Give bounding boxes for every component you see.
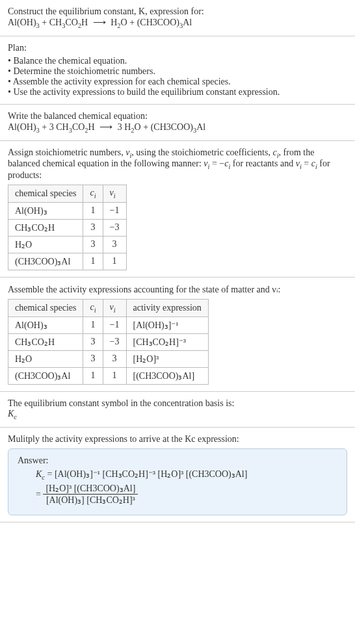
kc-fraction-expression: = [H₂O]³ [(CH3COO)₃Al] [Al(OH)₃] [CH₃CO₂… xyxy=(36,483,337,506)
prompt-section: Construct the equilibrium constant, K, e… xyxy=(0,0,355,36)
cell-activity: [CH₃CO₂H]⁻³ xyxy=(126,333,208,350)
numerator: [H₂O]³ [(CH3COO)₃Al] xyxy=(43,483,138,495)
species: (CH3COO)3Al xyxy=(137,18,192,27)
col-species: chemical species xyxy=(8,185,83,203)
table-header-row: chemical species ci νi activity expressi… xyxy=(8,299,209,316)
multiply-section: Mulitply the activity expressions to arr… xyxy=(0,428,355,523)
cell-n: 1 xyxy=(103,367,126,384)
stoich-intro: Assign stoichiometric numbers, νi, using… xyxy=(8,148,347,181)
stoich-section: Assign stoichiometric numbers, νi, using… xyxy=(0,141,355,277)
kc-flat-expression: Kc = [Al(OH)₃]⁻¹ [CH₃CO₂H]⁻³ [H₂O]³ [(CH… xyxy=(36,469,337,481)
cell-species: CH₃CO₂H xyxy=(8,219,83,236)
table-row: CH₃CO₂H3−3[CH₃CO₂H]⁻³ xyxy=(8,333,209,350)
table-row: H₂O33 xyxy=(8,236,127,253)
col-activity: activity expression xyxy=(126,299,208,316)
stoich-table: chemical species ci νi Al(OH)₃1−1 CH₃CO₂… xyxy=(8,185,127,270)
cell-n: −3 xyxy=(103,219,126,236)
cell-c: 1 xyxy=(83,202,103,219)
cell-species: CH₃CO₂H xyxy=(8,333,83,350)
plan-item: Assemble the activity expression for eac… xyxy=(8,77,347,87)
plus: + xyxy=(129,18,137,27)
activity-section: Assemble the activity expressions accoun… xyxy=(0,277,355,392)
table-row: Al(OH)₃1−1[Al(OH)₃]⁻¹ xyxy=(8,316,209,333)
plan-section: Plan: Balance the chemical equation. Det… xyxy=(0,36,355,105)
answer-box: Answer: Kc = [Al(OH)₃]⁻¹ [CH₃CO₂H]⁻³ [H₂… xyxy=(8,448,347,516)
table-row: (CH3COO)₃Al11[(CH3COO)₃Al] xyxy=(8,367,209,384)
prompt-text: Construct the equilibrium constant, K, e… xyxy=(8,6,204,16)
answer-label: Answer: xyxy=(18,456,337,466)
table-header-row: chemical species ci νi xyxy=(8,185,127,203)
plan-item: Determine the stoichiometric numbers. xyxy=(8,66,347,77)
activity-intro: Assemble the activity expressions accoun… xyxy=(8,284,347,295)
plus: + xyxy=(42,18,49,27)
table-row: H₂O33[H₂O]³ xyxy=(8,350,209,367)
table-row: Al(OH)₃1−1 xyxy=(8,202,127,219)
species: Al(OH)3 xyxy=(8,122,40,132)
species: 3 CH3CO2H xyxy=(49,122,95,132)
col-nui: νi xyxy=(103,299,126,316)
col-nui: νi xyxy=(103,185,126,203)
plus: + xyxy=(42,122,49,132)
cell-species: H₂O xyxy=(8,350,83,367)
plan-item: Balance the chemical equation. xyxy=(8,56,347,66)
cell-activity: [(CH3COO)₃Al] xyxy=(126,367,208,384)
cell-c: 1 xyxy=(83,253,103,270)
arrow-icon: ⟶ xyxy=(97,122,115,132)
col-ci: ci xyxy=(83,299,103,316)
cell-c: 3 xyxy=(83,333,103,350)
cell-species: (CH3COO)₃Al xyxy=(8,367,83,384)
cell-n: −3 xyxy=(103,333,126,350)
cell-activity: [H₂O]³ xyxy=(126,350,208,367)
species: (CH3COO)3Al xyxy=(151,122,206,132)
col-species: chemical species xyxy=(8,299,83,316)
cell-species: Al(OH)₃ xyxy=(8,202,83,219)
denominator: [Al(OH)₃] [CH₃CO₂H]³ xyxy=(43,495,138,506)
multiply-line: Mulitply the activity expressions to arr… xyxy=(8,434,347,444)
species: Al(OH)3 xyxy=(8,18,40,27)
fraction: [H₂O]³ [(CH3COO)₃Al] [Al(OH)₃] [CH₃CO₂H]… xyxy=(43,483,138,506)
activity-table: chemical species ci νi activity expressi… xyxy=(8,299,209,385)
species: CH3CO2H xyxy=(49,18,88,27)
cell-activity: [Al(OH)₃]⁻¹ xyxy=(126,316,208,333)
plan-list: Balance the chemical equation. Determine… xyxy=(8,56,347,97)
balanced-section: Write the balanced chemical equation: Al… xyxy=(0,105,355,141)
symbol-line: The equilibrium constant symbol in the c… xyxy=(8,398,347,409)
balanced-title: Write the balanced chemical equation: xyxy=(8,111,347,122)
cell-c: 1 xyxy=(83,367,103,384)
plan-title: Plan: xyxy=(8,43,347,53)
prompt-line: Construct the equilibrium constant, K, e… xyxy=(8,6,347,17)
cell-species: H₂O xyxy=(8,236,83,253)
kc-symbol: Kc xyxy=(8,409,347,420)
equals: = xyxy=(36,489,43,499)
cell-c: 3 xyxy=(83,350,103,367)
symbol-section: The equilibrium constant symbol in the c… xyxy=(0,392,355,428)
unbalanced-equation: Al(OH)3 + CH3CO2H ⟶ H2O + (CH3COO)3Al xyxy=(8,17,347,29)
cell-c: 3 xyxy=(83,219,103,236)
cell-species: Al(OH)₃ xyxy=(8,316,83,333)
cell-n: −1 xyxy=(103,316,126,333)
cell-n: 1 xyxy=(103,253,126,270)
species: 3 H2O xyxy=(118,122,141,132)
cell-n: 3 xyxy=(103,236,126,253)
col-ci: ci xyxy=(83,185,103,203)
cell-n: −1 xyxy=(103,202,126,219)
species: H2O xyxy=(111,18,127,27)
cell-c: 3 xyxy=(83,236,103,253)
arrow-icon: ⟶ xyxy=(90,18,109,27)
table-row: (CH3COO)₃Al11 xyxy=(8,253,127,270)
cell-species: (CH3COO)₃Al xyxy=(8,253,83,270)
cell-c: 1 xyxy=(83,316,103,333)
table-row: CH₃CO₂H3−3 xyxy=(8,219,127,236)
plan-item: Use the activity expressions to build th… xyxy=(8,87,347,97)
cell-n: 3 xyxy=(103,350,126,367)
plus: + xyxy=(143,122,150,132)
balanced-equation: Al(OH)3 + 3 CH3CO2H ⟶ 3 H2O + (CH3COO)3A… xyxy=(8,122,347,134)
